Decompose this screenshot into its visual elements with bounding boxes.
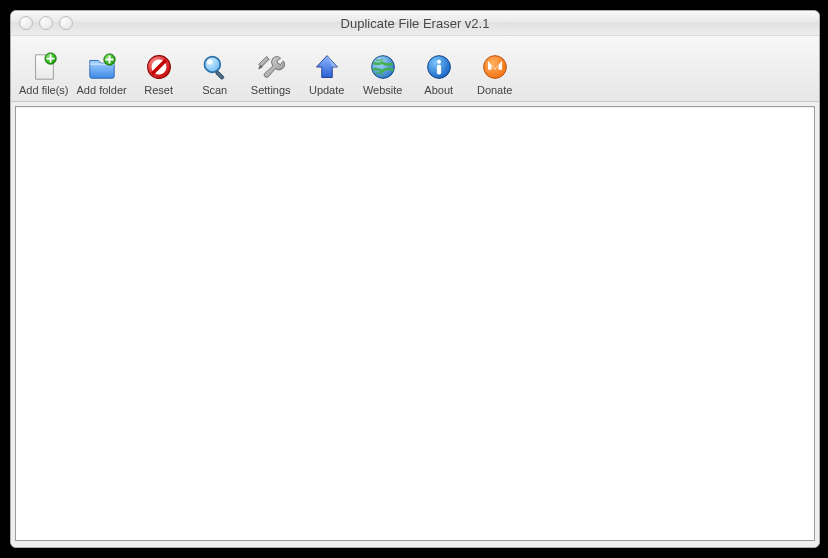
reset-button[interactable]: Reset <box>131 49 187 98</box>
reset-icon <box>143 51 175 83</box>
website-icon <box>367 51 399 83</box>
update-button[interactable]: Update <box>299 49 355 98</box>
about-icon <box>423 51 455 83</box>
file-list-area[interactable] <box>15 106 815 541</box>
svg-rect-8 <box>215 71 224 80</box>
toolbar-label: About <box>424 84 453 96</box>
toolbar-label: Reset <box>144 84 173 96</box>
svg-point-9 <box>371 56 394 79</box>
minimize-window-button[interactable] <box>39 16 53 30</box>
svg-point-11 <box>437 60 441 64</box>
toolbar-label: Donate <box>477 84 512 96</box>
svg-rect-12 <box>437 65 441 75</box>
toolbar-label: Scan <box>202 84 227 96</box>
window-title: Duplicate File Eraser v2.1 <box>11 16 819 31</box>
toolbar-label: Add file(s) <box>19 84 69 96</box>
add-folder-button[interactable]: Add folder <box>73 49 131 98</box>
toolbar-label: Website <box>363 84 403 96</box>
toolbar: Add file(s) <box>11 36 819 102</box>
scan-icon <box>199 51 231 83</box>
add-file-icon <box>28 51 60 83</box>
close-window-button[interactable] <box>19 16 33 30</box>
settings-button[interactable]: Settings <box>243 49 299 98</box>
toolbar-label: Settings <box>251 84 291 96</box>
update-icon <box>311 51 343 83</box>
titlebar: Duplicate File Eraser v2.1 <box>11 11 819 36</box>
svg-point-13 <box>483 56 506 79</box>
scan-button[interactable]: Scan <box>187 49 243 98</box>
add-folder-icon <box>86 51 118 83</box>
toolbar-label: Add folder <box>77 84 127 96</box>
zoom-window-button[interactable] <box>59 16 73 30</box>
settings-icon <box>255 51 287 83</box>
donate-icon <box>479 51 511 83</box>
content-wrap <box>11 102 819 547</box>
about-button[interactable]: About <box>411 49 467 98</box>
add-files-button[interactable]: Add file(s) <box>15 49 73 98</box>
svg-point-6 <box>204 57 220 73</box>
donate-button[interactable]: Donate <box>467 49 523 98</box>
app-window: Duplicate File Eraser v2.1 <box>10 10 820 548</box>
window-controls <box>11 16 73 30</box>
svg-point-7 <box>207 59 212 64</box>
toolbar-label: Update <box>309 84 344 96</box>
website-button[interactable]: Website <box>355 49 411 98</box>
